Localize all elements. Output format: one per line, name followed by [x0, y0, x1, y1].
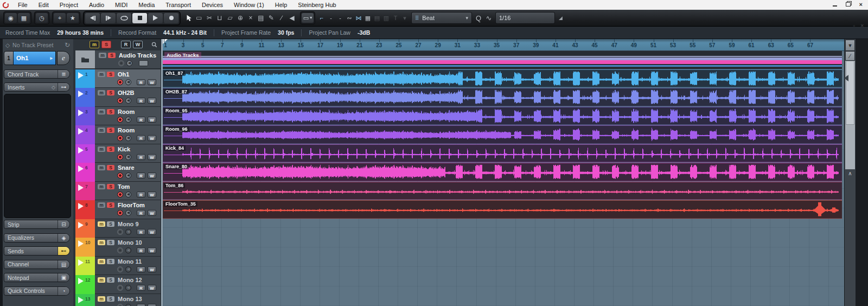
record-arm-button[interactable] [117, 154, 123, 160]
track-color-strip[interactable]: 8 [75, 200, 95, 219]
read-automation-button[interactable]: R [137, 117, 145, 123]
read-automation-button[interactable]: R [137, 229, 145, 235]
inspector-section-quick-controls[interactable]: Quick Controls◔ [4, 286, 70, 296]
comp-tool[interactable]: ▤ [258, 15, 264, 21]
read-automation-button[interactable]: R [137, 173, 145, 178]
record-arm-button[interactable] [117, 229, 123, 235]
menu-item-transport[interactable]: Transport [160, 1, 196, 9]
menu-item-midi[interactable]: MIDI [110, 1, 133, 9]
mute-button[interactable]: m [98, 202, 105, 208]
constrain-delay-compensation-button[interactable]: ◷ [36, 13, 48, 23]
track-row-body[interactable]: mSTom◀RW [95, 182, 163, 201]
track-color-strip[interactable]: 6 [75, 163, 95, 182]
record-arm-button[interactable] [117, 192, 123, 197]
close-button[interactable]: × [859, 1, 863, 8]
audio-event-tom-86[interactable]: Tom_86 [163, 182, 842, 200]
solo-all-button[interactable]: S [101, 41, 111, 48]
track-color-strip[interactable]: 3 [75, 107, 95, 126]
monitor-button[interactable]: ◀ [125, 79, 131, 85]
solo-button[interactable]: S [107, 296, 114, 302]
range-selection-tool[interactable]: ▭ [196, 15, 202, 21]
inserts-section[interactable]: Inserts ◇ ⊶ [4, 82, 70, 92]
snap-type-menu-button[interactable]: ▾ [401, 13, 409, 23]
mute-button[interactable]: m [98, 277, 105, 283]
solo-button[interactable]: S [107, 221, 114, 227]
write-automation-button[interactable]: W [148, 285, 156, 291]
go-to-next-marker-button[interactable] [101, 13, 116, 23]
zoom-preset-button[interactable]: ∕ [845, 51, 855, 61]
track-color-strip[interactable]: 7 [75, 182, 95, 201]
track-row-room[interactable]: 4mSRoom◀RW [75, 125, 163, 144]
monitor-button[interactable]: ◀ [125, 117, 131, 123]
track-color-strip[interactable]: 2 [75, 88, 95, 107]
track-color-strip[interactable]: 11 [75, 257, 95, 276]
read-automation-button[interactable]: R [137, 79, 145, 85]
solo-button[interactable]: S [107, 127, 114, 133]
restore-button[interactable] [846, 2, 851, 7]
mute-button[interactable]: m [98, 127, 105, 133]
inspector-section-channel[interactable]: Channel▤ [4, 260, 70, 269]
menu-item-audio[interactable]: Audio [84, 1, 110, 9]
monitor-button[interactable]: ◀ [125, 98, 131, 104]
track-row-mono-12[interactable]: 12mSMono 12◀RW [75, 275, 163, 294]
object-selection-tool[interactable] [186, 15, 192, 22]
monitor-button[interactable]: ◀ [125, 266, 131, 272]
monitor-button[interactable]: ◀ [125, 154, 131, 160]
track-color-strip[interactable]: 10 [75, 238, 95, 257]
track-color-strip[interactable]: 13 [75, 294, 95, 306]
play-button[interactable] [148, 13, 163, 23]
track-row-mono-9[interactable]: 9mSMono 9◀RW [75, 219, 163, 238]
mute-tool[interactable]: × [247, 15, 254, 21]
track-color-strip[interactable]: 1 [75, 69, 95, 88]
track-row-body[interactable]: mSMono 12◀RW [95, 275, 163, 294]
record-button[interactable] [164, 13, 178, 23]
write-automation-button[interactable]: W [148, 79, 156, 85]
solo-button[interactable]: S [107, 240, 114, 245]
marker-star-button[interactable]: ★ [67, 13, 79, 23]
track-row-body[interactable]: mSKick◀RW [95, 144, 163, 163]
mute-button[interactable]: m [98, 184, 105, 189]
erase-tool[interactable]: ▱ [227, 15, 233, 21]
activate-project-button[interactable]: ◉ [5, 13, 17, 23]
read-automation-button[interactable]: R [137, 210, 145, 216]
track-row-body[interactable]: mSRoom◀RW [95, 107, 163, 126]
find-track-icon[interactable] [151, 42, 157, 48]
glue-tool[interactable]: ⊔ [216, 15, 223, 21]
solo-button[interactable]: S [107, 277, 114, 283]
write-automation-button[interactable]: W [148, 98, 156, 104]
track-color-strip[interactable]: 4 [75, 125, 95, 144]
write-all-button[interactable]: W [133, 41, 143, 48]
record-arm-button[interactable] [117, 247, 123, 253]
reload-preset-icon[interactable]: ↻ [65, 41, 70, 49]
record-arm-button[interactable] [117, 304, 123, 306]
color-tool-button[interactable]: ▭▾ [302, 13, 314, 23]
mute-button[interactable]: m [98, 146, 105, 152]
record-arm-button[interactable] [117, 173, 123, 178]
solo-button[interactable]: S [107, 90, 114, 95]
audio-event-floortom-35[interactable]: FloorTom_35 [163, 200, 842, 219]
write-automation-button[interactable]: W [148, 154, 156, 160]
read-automation-button[interactable]: R [137, 285, 145, 291]
go-to-previous-marker-button[interactable] [85, 13, 100, 23]
menu-item-file[interactable]: File [12, 1, 33, 9]
suspend-autoscroll-button[interactable]: - [327, 13, 335, 23]
monitor-button[interactable]: ◀ [125, 192, 131, 197]
mute-button[interactable]: m [98, 221, 105, 227]
track-row-body[interactable]: mSMono 11◀RW [95, 257, 163, 276]
mute-button[interactable]: m [98, 72, 105, 77]
track-row-body[interactable]: mSMono 10◀RW [95, 238, 163, 257]
track-preset-row[interactable]: ◇ No Track Preset ↻ [5, 41, 70, 49]
mute-button[interactable]: m [98, 296, 105, 302]
inspector-section-strip[interactable]: Strip⊟ [4, 220, 70, 229]
record-arm-button[interactable] [117, 117, 123, 123]
track-zoom-handle[interactable] [844, 75, 848, 81]
mute-button[interactable]: m [98, 109, 105, 114]
inspector-section-sends[interactable]: Sends⊷ [4, 246, 70, 256]
track-row-body[interactable]: mSRoom◀RW [95, 125, 163, 144]
write-automation-button[interactable]: W [148, 192, 156, 197]
ruler-options-button[interactable]: ▼ [845, 40, 855, 51]
show-marker-window-button[interactable]: ⌖ [54, 13, 66, 23]
quantize-preset-dropdown[interactable]: 1/16 [495, 12, 555, 24]
track-row-body[interactable]: mSFloorTom◀RW [95, 200, 163, 219]
track-row-floortom[interactable]: 8mSFloorTom◀RW [75, 200, 163, 219]
